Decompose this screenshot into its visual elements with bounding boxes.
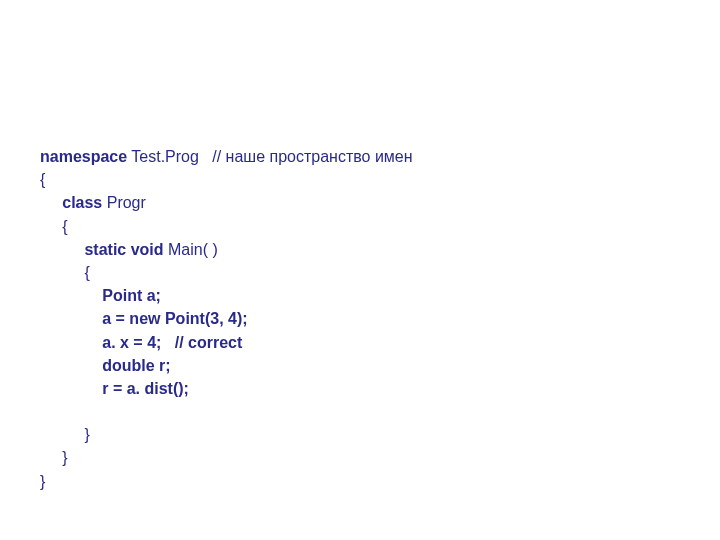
line-12: } xyxy=(40,426,90,443)
line-13: } xyxy=(40,449,68,466)
line-3-rest: Progr xyxy=(102,194,146,211)
line-1-rest: Test.Prog // наше пространство имен xyxy=(127,148,412,165)
line-10: double r; xyxy=(40,357,171,374)
kw-class: class xyxy=(40,194,102,211)
line-6: { xyxy=(40,264,90,281)
line-2: { xyxy=(40,171,45,188)
line-7: Point a; xyxy=(40,287,161,304)
line-8: a = new Point(3, 4); xyxy=(40,310,248,327)
line-5-rest: Main( ) xyxy=(164,241,218,258)
line-9: a. x = 4; // correct xyxy=(40,334,242,351)
line-14: } xyxy=(40,473,45,490)
kw-namespace: namespace xyxy=(40,148,127,165)
kw-static-void: static void xyxy=(40,241,164,258)
code-snippet: namespace Test.Prog // наше пространство… xyxy=(40,145,413,493)
line-11: r = a. dist(); xyxy=(40,380,189,397)
line-4: { xyxy=(40,218,68,235)
